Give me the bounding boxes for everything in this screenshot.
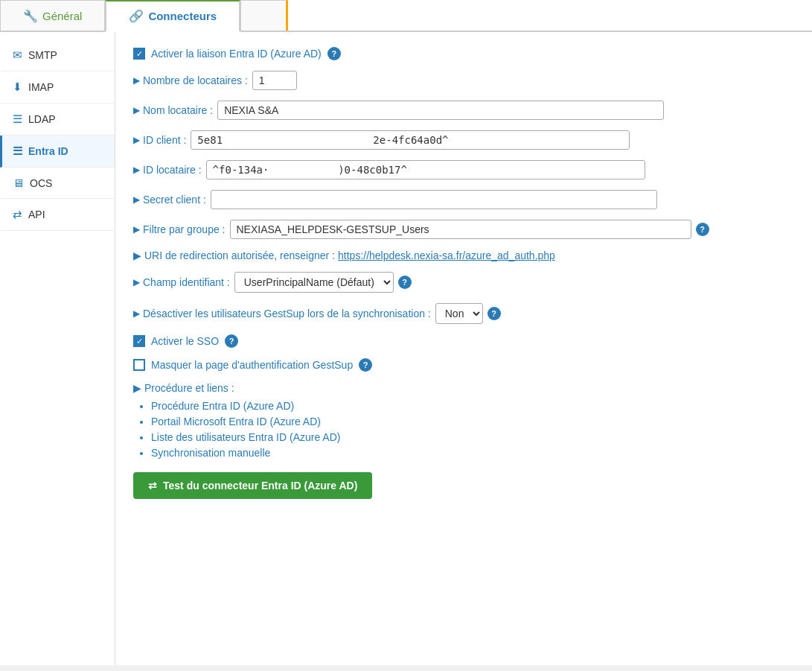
masquer-row: Masquer la page d'authentification GestS… [133,358,794,372]
nom-locataire-label: ▶ Nom locataire : [133,104,213,116]
wrench-icon: 🔧 [23,9,38,23]
id-client-label: ▶ ID client : [133,134,186,146]
activate-liaison-help[interactable]: ? [327,47,341,60]
filtre-groupe-row: ▶ Filtre par groupe : ? [133,220,794,239]
procedure-title: ▶ Procédure et liens : [133,382,794,394]
champ-identifiant-help[interactable]: ? [398,276,412,289]
arrow-icon-8: ▶ [133,308,140,319]
procedure-link-1[interactable]: Procédure Entra ID (Azure AD) [151,400,794,412]
procedure-link-2-text: Portail Microsoft Entra ID (Azure AD) [151,416,321,427]
arrow-icon-5: ▶ [133,194,140,205]
tab-third[interactable] [240,0,288,31]
tab-general-label: Général [42,10,82,22]
sidebar-label-entraid: Entra ID [28,145,68,157]
desactiver-help[interactable]: ? [487,307,501,320]
sidebar-label-ldap: LDAP [28,113,56,125]
activate-liaison-row: Activer la liaison Entra ID (Azure AD) ? [133,47,794,60]
nombre-locataires-row: ▶ Nombre de locataires : [133,71,794,90]
nom-locataire-row: ▶ Nom locataire : [133,101,794,120]
content-area: Activer la liaison Entra ID (Azure AD) ?… [115,32,812,665]
nom-locataire-input[interactable] [217,101,664,120]
sidebar-label-ocs: OCS [30,177,52,189]
nombre-locataires-label: ▶ Nombre de locataires : [133,74,248,86]
procedure-link-4[interactable]: Synchronisation manuelle [151,447,794,459]
activate-liaison-label: Activer la liaison Entra ID (Azure AD) [151,48,322,60]
id-locataire-input[interactable] [206,160,645,179]
test-button-icon: ⇄ [148,480,157,492]
arrow-icon-6: ▶ [133,224,140,235]
champ-identifiant-label: ▶ Champ identifiant : [133,276,230,288]
sidebar-item-smtp[interactable]: ✉ SMTP [0,39,115,71]
uri-arrow: ▶ [133,249,141,261]
arrow-icon-7: ▶ [133,277,140,287]
id-client-row: ▶ ID client : [133,130,794,150]
sidebar-item-ldap[interactable]: ☰ LDAP [0,104,115,136]
tab-connecteurs-label: Connecteurs [148,10,217,22]
procedure-section: ▶ Procédure et liens : Procédure Entra I… [133,382,794,459]
arrow-icon-4: ▶ [133,165,140,175]
arrow-icon-3: ▶ [133,135,140,145]
arrow-icon-2: ▶ [133,105,140,115]
procedure-links: Procédure Entra ID (Azure AD) Portail Mi… [133,400,794,459]
tab-general[interactable]: 🔧 Général [0,0,105,31]
activate-liaison-checkbox[interactable] [133,48,145,60]
procedure-link-2[interactable]: Portail Microsoft Entra ID (Azure AD) [151,416,794,427]
procedure-link-4-text: Synchronisation manuelle [151,447,270,459]
procedure-link-1-text: Procédure Entra ID (Azure AD) [151,400,294,412]
link-icon: 🔗 [129,9,144,23]
sidebar: ✉ SMTP ⬇ IMAP ☰ LDAP ☰ Entra ID 🖥 OCS ⇄ … [0,32,115,665]
uri-label: URI de redirection autorisée, renseigner… [144,249,335,261]
list-icon-entraid: ☰ [13,144,22,158]
test-connecteur-button[interactable]: ⇄ Test du connecteur Entra ID (Azure AD) [133,472,372,499]
masquer-help[interactable]: ? [359,358,372,372]
id-client-input[interactable] [191,130,630,150]
secret-client-label: ▶ Secret client : [133,194,206,206]
filtre-groupe-label: ▶ Filtre par groupe : [133,223,226,235]
champ-identifiant-row: ▶ Champ identifiant : UserPrincipalName … [133,272,794,293]
mail-icon: ✉ [13,48,22,62]
download-icon: ⬇ [13,80,22,94]
champ-identifiant-select[interactable]: UserPrincipalName (Défaut) Mail DisplayN… [234,272,394,293]
sidebar-label-smtp: SMTP [28,49,57,61]
id-locataire-row: ▶ ID locataire : [133,160,794,179]
activer-sso-help[interactable]: ? [225,334,238,348]
procedure-label: Procédure et liens : [144,382,234,394]
uri-link[interactable]: https://helpdesk.nexia-sa.fr/azure_ad_au… [338,249,555,261]
test-button-label: Test du connecteur Entra ID (Azure AD) [163,480,357,492]
filtre-groupe-input[interactable] [230,220,691,239]
main-layout: ✉ SMTP ⬇ IMAP ☰ LDAP ☰ Entra ID 🖥 OCS ⇄ … [0,32,812,665]
tabs-bar: 🔧 Général 🔗 Connecteurs [0,0,812,32]
sidebar-item-entraid[interactable]: ☰ Entra ID [0,136,115,168]
arrow-icon-1: ▶ [133,75,140,86]
sidebar-item-api[interactable]: ⇄ API [0,199,115,231]
activer-sso-label: Activer le SSO [151,335,219,347]
sidebar-label-imap: IMAP [28,81,54,93]
desactiver-label: ▶ Désactiver les utilisateurs GestSup lo… [133,308,431,319]
procedure-link-3-text: Liste des utilisateurs Entra ID (Azure A… [151,431,340,443]
activer-sso-row: Activer le SSO ? [133,334,794,348]
arrows-icon: ⇄ [13,208,22,221]
desactiver-row: ▶ Désactiver les utilisateurs GestSup lo… [133,303,794,324]
masquer-label: Masquer la page d'authentification GestS… [151,359,353,371]
nombre-locataires-input[interactable] [252,71,297,90]
uri-row: ▶ URI de redirection autorisée, renseign… [133,249,794,261]
monitor-icon: 🖥 [13,177,24,189]
id-locataire-label: ▶ ID locataire : [133,164,202,176]
activer-sso-checkbox[interactable] [133,335,145,347]
list-icon-ldap: ☰ [13,112,22,126]
procedure-link-3[interactable]: Liste des utilisateurs Entra ID (Azure A… [151,431,794,443]
masquer-checkbox[interactable] [133,359,145,371]
tab-connecteurs[interactable]: 🔗 Connecteurs [105,0,240,32]
secret-client-input[interactable] [211,190,657,209]
sidebar-item-imap[interactable]: ⬇ IMAP [0,71,115,104]
desactiver-select[interactable]: Non Oui [435,303,483,324]
secret-client-row: ▶ Secret client : [133,190,794,209]
sidebar-label-api: API [28,209,45,220]
filtre-groupe-help[interactable]: ? [696,223,709,236]
arrow-icon-9: ▶ [133,382,141,394]
sidebar-item-ocs[interactable]: 🖥 OCS [0,168,115,199]
